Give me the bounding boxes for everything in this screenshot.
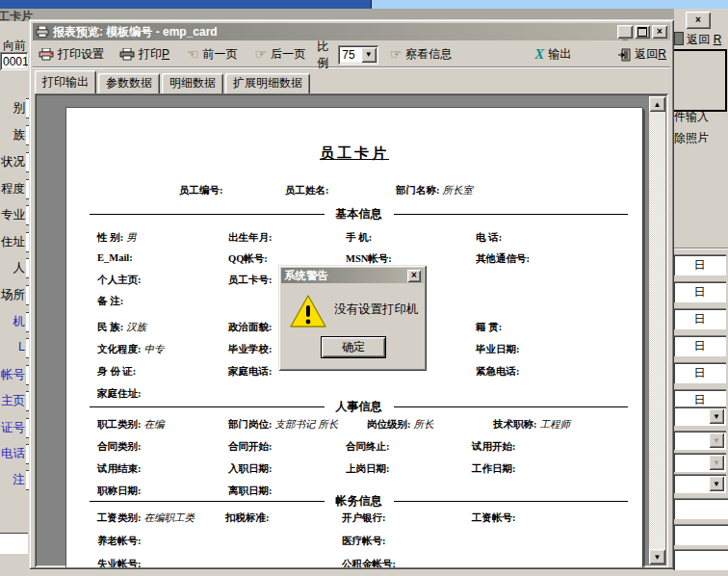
report-field: 工资帐号: [472,511,516,525]
background-form-label: 住址 [1,234,25,250]
text-field[interactable] [673,498,728,519]
date-field[interactable]: 日 [673,308,726,329]
report-field: 电 话: [476,231,502,245]
date-field[interactable]: 日 [673,281,726,302]
print-button[interactable]: 打印P [116,44,173,65]
report-field: 合同类别: [97,440,142,454]
left-form-labels: 别族状况程度专业住址人场所机L帐号主页证号电话注 [0,21,29,576]
minimize-icon: _ [622,33,628,39]
background-form-label: 程度 [1,181,25,197]
report-section-header: 基本信息 [90,206,628,223]
text-field[interactable] [673,524,728,545]
report-field: 个人主页: [97,274,142,287]
report-field: 民 族:汉族 [97,321,146,334]
scale-label: 比例 [317,39,334,71]
report-field: 员工姓名: [285,184,329,197]
app-topbar-left [0,0,371,9]
report-field: 公积金帐号: [342,558,396,567]
report-field: 失业帐号: [97,558,142,567]
date-field[interactable]: 日 [673,335,726,356]
close-icon: × [657,26,663,38]
file-input-button[interactable]: 件输入 [674,109,709,125]
report-field: 备 注: [97,295,123,308]
report-field: 紧急电话: [476,365,520,379]
report-field: 出生年月: [228,231,273,245]
dropdown-button[interactable]: ▼ [709,476,724,491]
background-return-button[interactable]: 返回 R [674,32,721,48]
print-icon [119,48,135,61]
dropdown-button: ▼ [709,455,724,470]
report-field: 工作日期: [472,462,516,476]
report-field: 毕业日期: [476,343,520,356]
report-field: 上岗日期: [346,462,390,476]
tab-parameter-data[interactable]: 参数数据 [98,73,160,93]
dropdown-button[interactable]: ▼ [709,408,724,424]
background-form-label: 注 [13,472,26,488]
photo-frame [674,49,727,112]
preview-window-title: 报表预览: 模板编号 - emp_card [53,24,617,40]
next-page-button[interactable]: ☞ 后一页 [251,44,310,65]
excel-icon: X [534,48,544,61]
tab-print-output[interactable]: 打印输出 [35,70,96,93]
return-button[interactable]: 返回R [613,44,670,65]
combo-field[interactable]: ▼ [673,431,726,450]
report-field: 籍 贯: [476,321,502,334]
date-field[interactable]: 日 [673,389,726,410]
maximize-button[interactable] [635,25,650,39]
report-section-header: 帐务信息 [90,493,628,510]
report-section-header: 人事信息 [90,399,628,415]
close-icon: × [411,270,417,281]
tab-detail-data[interactable]: 明细数据 [162,73,223,93]
return-icon [674,32,684,45]
report-field: 医疗帐号: [342,535,386,548]
vertical-scrollbar[interactable]: ▲ ▼ [649,96,665,564]
dialog-ok-button[interactable]: 确定 [321,336,386,358]
warning-dialog: 系统警告 × 没有设置打印机 确定 [278,265,427,371]
report-field: 员工编号: [179,184,223,197]
preview-toolbar: 打印设置 打印P ☜ 前一页 ☞ 后一页 比例 75 ▼ [33,42,670,67]
report-field: 技术职称:工程师 [493,418,570,432]
warning-icon [289,294,327,329]
report-field: E_Mail: [97,252,133,263]
background-form-label: 机 [13,314,26,330]
report-field: 养老帐号: [97,535,142,548]
scale-dropdown-button[interactable]: ▼ [361,47,377,63]
background-form-label: 主页 [1,393,25,409]
scroll-up-button[interactable]: ▲ [649,96,665,112]
background-form-label: 状况 [1,154,25,170]
scale-combobox[interactable]: 75 ▼ [338,45,378,65]
date-field[interactable]: 日 [673,362,726,383]
background-form-label: 电话 [1,446,25,462]
report-field: 部门岗位:支部书记 所长 [228,418,338,432]
preview-tabs: 打印输出 参数数据 明细数据 扩展明细数据 [33,71,670,93]
tab-extended-detail-data[interactable]: 扩展明细数据 [225,73,310,93]
close-icon: × [695,14,701,26]
clear-photo-button[interactable]: 除照片 [674,130,709,146]
minimize-button[interactable]: _ [617,25,633,39]
export-button[interactable]: X 输出 [531,44,575,65]
print-setup-button[interactable]: 打印设置 [35,44,108,65]
combo-field[interactable]: ▼ [673,474,726,493]
report-field: 试用结束: [97,462,142,476]
report-field: 工资类别:在编职工类 [97,511,195,525]
report-field: 身 份 证: [97,365,136,379]
dialog-close-button[interactable]: × [407,270,421,282]
close-button[interactable]: × [652,25,667,39]
dialog-titlebar[interactable]: 系统警告 × [281,268,424,283]
background-form-label: 帐号 [1,367,25,383]
background-form-label: 人 [13,260,26,276]
background-close-button[interactable]: × [686,12,711,29]
text-field[interactable] [673,549,728,570]
memo-field[interactable] [0,533,28,554]
scroll-down-button[interactable]: ▼ [649,549,665,564]
background-form-left: 向前 0001 别族状况程度专业住址人场所机L帐号主页证号电话注 [0,21,29,576]
combo-field[interactable]: ▼ [673,453,726,472]
prev-page-button[interactable]: ☜ 前一页 [183,44,242,65]
dialog-title: 系统警告 [284,269,407,283]
combo-field[interactable]: ▼ [673,406,726,426]
hand-right-icon: ☞ [390,48,403,61]
report-field: 职工类别:在编 [97,418,165,432]
preview-titlebar[interactable]: 报表预览: 模板编号 - emp_card _ × [33,23,670,40]
date-field[interactable]: 日 [673,254,726,275]
view-info-button[interactable]: ☞ 察看信息 [386,44,456,65]
